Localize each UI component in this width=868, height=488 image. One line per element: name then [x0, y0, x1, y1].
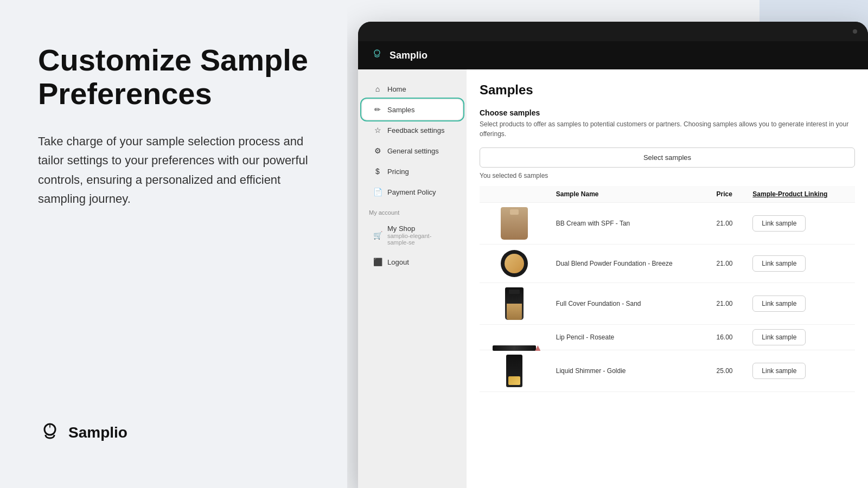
tablet-camera: [853, 29, 857, 34]
logout-icon: ⬛: [373, 258, 382, 266]
product-price: 21.00: [710, 283, 746, 325]
product-thumbnail: [480, 350, 550, 392]
sidebar-item-myshop-label: My Shop: [387, 224, 415, 233]
link-sample-cell: Link sample: [746, 203, 855, 245]
app-logo-icon: [371, 48, 383, 63]
star-icon: ☆: [373, 126, 382, 134]
product-price: 25.00: [710, 350, 746, 392]
product-thumbnail: [480, 283, 550, 325]
sidebar-item-logout[interactable]: ⬛ Logout: [362, 252, 462, 272]
home-icon: ⌂: [373, 85, 382, 93]
table-row: Dual Blend Powder Foundation - Breeze 21…: [480, 245, 855, 283]
link-sample-button[interactable]: Link sample: [752, 255, 806, 272]
col-price: Price: [710, 186, 746, 203]
main-content: Samples Choose samples Select products t…: [467, 69, 868, 488]
sidebar: ⌂ Home ✏ Samples ☆ Feedback settings ⚙ G…: [358, 69, 467, 488]
sidebar-item-feedback-label: Feedback settings: [387, 126, 445, 134]
link-sample-button[interactable]: Link sample: [752, 363, 806, 379]
product-thumbnail: [480, 245, 550, 283]
page-title: Samples: [480, 82, 855, 98]
link-sample-cell: Link sample: [746, 283, 855, 325]
choose-samples-title: Choose samples: [480, 108, 855, 117]
link-sample-button[interactable]: Link sample: [752, 296, 806, 312]
sidebar-item-payment-label: Payment Policy: [387, 188, 436, 196]
sidebar-item-payment[interactable]: 📄 Payment Policy: [362, 182, 462, 202]
product-name: Lip Pencil - Roseate: [550, 325, 710, 350]
sidebar-item-home[interactable]: ⌂ Home: [362, 79, 462, 99]
link-sample-cell: Link sample: [746, 325, 855, 350]
col-linking: Sample-Product Linking: [746, 186, 855, 203]
link-sample-cell: Link sample: [746, 245, 855, 283]
logo-text: Samplio: [68, 424, 127, 441]
link-sample-button[interactable]: Link sample: [752, 215, 806, 232]
samples-table: Sample Name Price Sample-Product Linking…: [480, 186, 855, 392]
choose-samples-desc: Select products to offer as samples to p…: [480, 119, 855, 139]
sidebar-item-pricing[interactable]: $ Pricing: [362, 162, 462, 181]
select-samples-button[interactable]: Select samples: [480, 147, 855, 168]
sidebar-item-samples-label: Samples: [387, 106, 415, 114]
table-row: Lip Pencil - Roseate 16.00 Link sample: [480, 325, 855, 350]
col-thumbnail: [480, 186, 550, 203]
product-name: BB Cream with SPF - Tan: [550, 203, 710, 245]
left-panel: Customize Sample Preferences Take charge…: [0, 0, 347, 488]
app-brand-name: Samplio: [390, 50, 427, 61]
product-name: Liquid Shimmer - Goldie: [550, 350, 710, 392]
product-name: Dual Blend Powder Foundation - Breeze: [550, 245, 710, 283]
product-price: 16.00: [710, 325, 746, 350]
sidebar-item-feedback[interactable]: ☆ Feedback settings: [362, 120, 462, 140]
gear-icon: ⚙: [373, 146, 382, 155]
sidebar-item-general[interactable]: ⚙ General settings: [362, 141, 462, 160]
product-name: Full Cover Foundation - Sand: [550, 283, 710, 325]
logo-area: Samplio: [38, 421, 309, 445]
app-body: ⌂ Home ✏ Samples ☆ Feedback settings ⚙ G…: [358, 69, 868, 488]
sidebar-item-myshop[interactable]: 🛒 My Shop samplio-elegant-sample-se: [362, 219, 462, 251]
product-thumbnail: [480, 203, 550, 245]
hero-description: Take charge of your sample selection pro…: [38, 132, 309, 208]
sidebar-item-home-label: Home: [387, 85, 406, 93]
table-row: BB Cream with SPF - Tan 21.00 Link sampl…: [480, 203, 855, 245]
product-price: 21.00: [710, 203, 746, 245]
tablet-topbar: [358, 22, 868, 41]
shop-icon: 🛒: [373, 231, 382, 240]
tablet-mockup: Samplio ⌂ Home ✏ Samples ☆ Feedback sett…: [358, 22, 868, 488]
pencil-icon: ✏: [373, 105, 382, 114]
sidebar-item-pricing-label: Pricing: [387, 168, 409, 176]
sidebar-item-logout-label: Logout: [387, 258, 409, 266]
selected-count: You selected 6 samples: [480, 172, 855, 179]
link-sample-cell: Link sample: [746, 350, 855, 392]
left-content: Customize Sample Preferences Take charge…: [38, 43, 309, 208]
table-row: Liquid Shimmer - Goldie 25.00 Link sampl…: [480, 350, 855, 392]
dollar-icon: $: [373, 167, 382, 176]
sidebar-item-samples[interactable]: ✏ Samples: [362, 100, 462, 119]
sidebar-item-general-label: General settings: [387, 147, 439, 155]
right-panel: Samplio ⌂ Home ✏ Samples ☆ Feedback sett…: [347, 0, 868, 488]
link-sample-button[interactable]: Link sample: [752, 329, 806, 345]
product-price: 21.00: [710, 245, 746, 283]
samplio-logo-icon: [38, 421, 62, 445]
app-navbar: Samplio: [358, 41, 868, 69]
product-thumbnail: [480, 325, 550, 350]
hero-title: Customize Sample Preferences: [38, 43, 309, 110]
col-sample-name: Sample Name: [550, 186, 710, 203]
table-row: Full Cover Foundation - Sand 21.00 Link …: [480, 283, 855, 325]
sidebar-item-myshop-sub: samplio-elegant-sample-se: [387, 233, 451, 246]
my-account-section: My account: [358, 203, 467, 218]
document-icon: 📄: [373, 188, 382, 196]
